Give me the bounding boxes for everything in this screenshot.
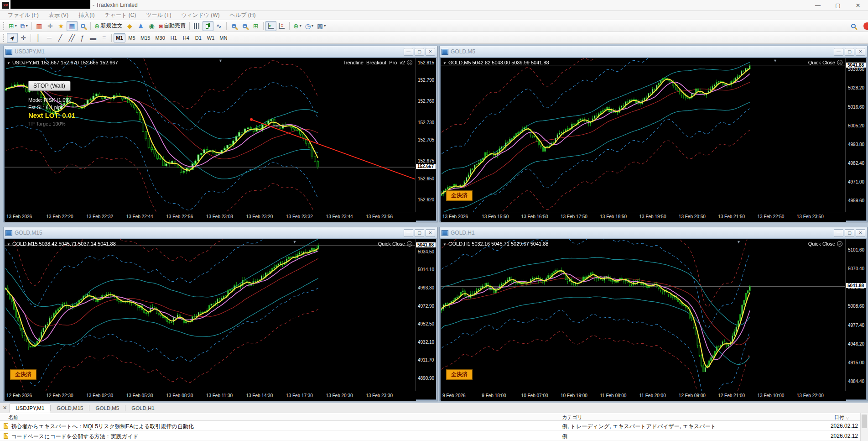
toolbox-row[interactable]: 初心者からエキスパートへ：MQL5リスク強制EAによる取引規律の自動化例, トレ… <box>0 421 868 431</box>
quick-close-button[interactable]: Quick Close☺ <box>378 241 412 247</box>
titlebar[interactable]: XM - Tradexfin Limited — ▢ ✕ <box>0 0 868 11</box>
price-axis[interactable]: 152.815152.790152.760152.730152.705152.6… <box>415 58 436 212</box>
chart-restore-icon[interactable]: ▢ <box>845 229 854 237</box>
chart-tab-gold-m5[interactable]: GOLD,M5 <box>89 404 125 413</box>
chart-top-right-label[interactable]: Trendline_Breakout_Pro_v2☺ <box>343 60 412 65</box>
timeframe-button-m30[interactable]: M30 <box>153 33 167 42</box>
chart-tab-gold-h1[interactable]: GOLD,H1 <box>125 404 161 413</box>
quick-close-button[interactable]: Quick Close☺ <box>808 241 842 247</box>
symbol-dropdown-icon[interactable]: ▼ <box>7 61 10 65</box>
new-order-button[interactable]: ⊕新規注文 <box>93 21 125 31</box>
close-icon[interactable]: ✕ <box>848 0 868 11</box>
chart-tab-gold-m15[interactable]: GOLD,M15 <box>51 404 89 413</box>
time-axis[interactable]: 13 Feb 202613 Feb 22:2013 Feb 22:3213 Fe… <box>5 212 416 222</box>
chart-minimize-icon[interactable]: — <box>404 48 413 56</box>
ea-smiley-icon[interactable]: ☺ <box>837 60 842 65</box>
chart-tab-usdjpy-m1[interactable]: USDJPY,M1 <box>10 404 50 413</box>
templates-button[interactable]: ▩▾ <box>315 21 327 31</box>
timeframe-button-d1[interactable]: D1 <box>192 33 204 42</box>
terminal-button[interactable]: ▦ <box>67 21 78 31</box>
objects-list-button[interactable]: ≡ <box>99 33 109 43</box>
timeframe-button-m15[interactable]: M15 <box>138 33 152 42</box>
trendline-button[interactable]: ╱ <box>55 33 66 43</box>
profiles-button[interactable]: ⧉▾ <box>19 21 30 31</box>
chart-restore-icon[interactable]: ▢ <box>415 48 424 56</box>
chart-canvas[interactable] <box>441 58 846 212</box>
timeframe-button-mn[interactable]: MN <box>217 33 229 42</box>
navigator-button[interactable]: ★ <box>56 21 67 31</box>
chart-plot-area[interactable]: ▼GOLD,H1 5032.16 5045.71 5029.67 5041.88… <box>441 239 846 391</box>
column-header-category[interactable]: カテゴリ <box>562 414 582 421</box>
ea-smiley-icon[interactable]: ☺ <box>407 60 412 65</box>
menu-item-0[interactable]: ファイル (F) <box>3 10 44 20</box>
menu-item-5[interactable]: ウィンドウ (W) <box>177 10 225 20</box>
price-axis[interactable]: 5039.605028.205016.605005.204993.804982.… <box>845 58 866 212</box>
chart-canvas[interactable] <box>441 239 846 391</box>
chart-restore-icon[interactable]: ▢ <box>415 229 424 237</box>
quick-close-button[interactable]: Quick Close☺ <box>808 60 842 65</box>
ea-smiley-icon[interactable]: ☺ <box>837 241 842 247</box>
timeframe-button-m5[interactable]: M5 <box>126 33 138 42</box>
timeframe-button-h1[interactable]: H1 <box>168 33 180 42</box>
new-chart-button[interactable]: ⊞▾ <box>7 21 19 31</box>
strategy-tester-button[interactable] <box>78 21 88 31</box>
toolbox-scrollbar[interactable] <box>860 413 868 441</box>
fibonacci-button[interactable]: ƒ <box>77 33 88 43</box>
time-axis[interactable]: 13 Feb 202613 Feb 15:5013 Feb 16:5013 Fe… <box>441 212 846 222</box>
menu-item-4[interactable]: ツール (T) <box>141 10 176 20</box>
chart-minimize-icon[interactable]: — <box>834 48 843 56</box>
bar-chart-button[interactable] <box>192 21 203 31</box>
data-window-button[interactable]: ✛ <box>45 21 56 31</box>
cursor-tool-button[interactable]: ➤ <box>7 33 18 43</box>
symbol-dropdown-icon[interactable]: ▼ <box>443 242 447 247</box>
time-axis[interactable]: 9 Feb 20269 Feb 18:0010 Feb 07:0010 Feb … <box>441 391 846 401</box>
indicators-button[interactable]: ⊕▾ <box>291 21 303 31</box>
zoom-in-button[interactable]: + <box>229 21 239 31</box>
metaeditor-button[interactable]: ◆ <box>125 21 135 31</box>
chart-quote-line[interactable]: ▼GOLD,M5 5042.82 5043.00 5039.99 5041.88 <box>443 60 549 65</box>
community-badge-icon[interactable] <box>863 22 868 30</box>
mql5-community-button[interactable]: ♟ <box>135 21 146 31</box>
chart-plot-area[interactable]: ▼GOLD,M15 5038.42 5045.71 5037.14 5041.8… <box>5 239 416 391</box>
column-header-name[interactable]: 名前 <box>8 414 18 421</box>
crosshair-tool-button[interactable]: ✛ <box>18 33 29 43</box>
chart-window-titlebar[interactable]: GOLD,M5 — ▢ ✕ <box>440 46 867 58</box>
minimize-icon[interactable]: — <box>808 0 828 11</box>
chart-minimize-icon[interactable]: — <box>834 229 843 237</box>
chart-window-titlebar[interactable]: GOLD,H1 — ▢ ✕ <box>440 227 867 239</box>
close-all-button[interactable]: 全決済 <box>446 369 473 380</box>
time-axis[interactable]: 12 Feb 202612 Feb 22:3013 Feb 02:3013 Fe… <box>5 391 416 401</box>
channel-button[interactable]: ╱╱ <box>66 33 77 43</box>
chart-minimize-icon[interactable]: — <box>404 229 413 237</box>
search-button[interactable] <box>848 21 859 31</box>
chart-close-icon[interactable]: ✕ <box>856 229 865 237</box>
chart-close-icon[interactable]: ✕ <box>856 48 865 56</box>
chart-quote-line[interactable]: ▼GOLD,H1 5032.16 5045.71 5029.67 5041.88 <box>443 241 549 247</box>
tile-windows-button[interactable]: ⊞ <box>250 21 261 31</box>
vertical-line-button[interactable]: │ <box>33 33 44 43</box>
periods-button[interactable]: ◷▾ <box>303 21 315 31</box>
toolbox-row[interactable]: コードベースにコードを公開する方法：実践ガイド例2026.02.12 <box>0 431 868 441</box>
chart-window-titlebar[interactable]: GOLD,M15 — ▢ ✕ <box>4 227 437 239</box>
ea-smiley-icon[interactable]: ☺ <box>407 241 412 247</box>
chart-quote-line[interactable]: ▼GOLD,M15 5038.42 5045.71 5037.14 5041.8… <box>7 241 116 247</box>
candlestick-chart-button[interactable] <box>203 21 213 31</box>
text-label-button[interactable]: ▬ <box>88 33 99 43</box>
chart-plot-area[interactable]: ▼USDJPY,M1 152.667 152.670 152.665 152.6… <box>5 58 416 212</box>
timeframe-button-w1[interactable]: W1 <box>205 33 217 42</box>
menu-item-3[interactable]: チャート (C) <box>99 10 141 20</box>
toolbar-grip[interactable] <box>3 34 5 42</box>
ea-stop-wait-button[interactable]: STOP (Wait) <box>28 81 70 91</box>
close-all-button[interactable]: 全決済 <box>10 369 36 380</box>
menu-item-6[interactable]: ヘルプ (H) <box>225 10 261 20</box>
timeframe-button-h4[interactable]: H4 <box>180 33 192 42</box>
chart-shift-button[interactable]: ↥ <box>276 21 287 31</box>
auto-scroll-button[interactable]: ▸ <box>265 21 276 31</box>
close-all-button[interactable]: 全決済 <box>446 190 473 201</box>
symbol-dropdown-icon[interactable]: ▼ <box>443 61 447 65</box>
symbol-dropdown-icon[interactable]: ▼ <box>7 242 10 247</box>
auto-trading-button[interactable]: ◙自動売買 <box>157 21 187 31</box>
chart-quote-line[interactable]: ▼USDJPY,M1 152.667 152.670 152.665 152.6… <box>7 60 118 65</box>
tabbar-close-icon[interactable]: ✕ <box>3 405 7 411</box>
chart-plot-area[interactable]: ▼GOLD,M5 5042.82 5043.00 5039.99 5041.88… <box>441 58 846 212</box>
